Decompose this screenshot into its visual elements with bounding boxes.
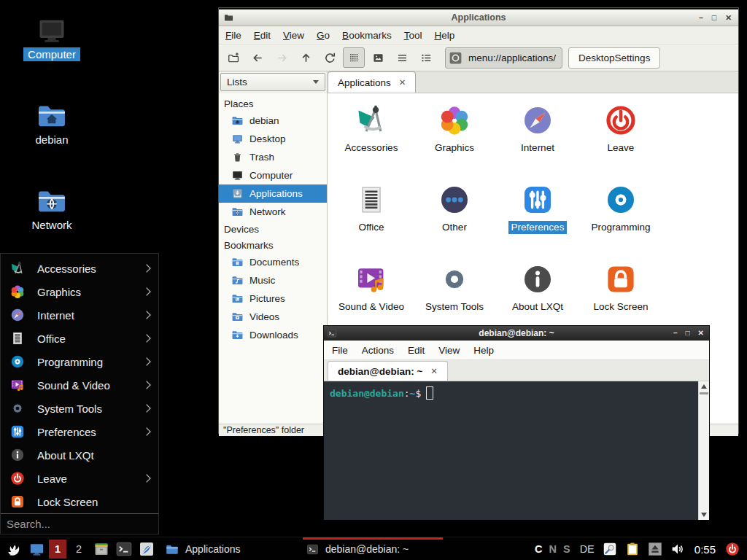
search-input[interactable]	[1, 518, 158, 530]
path-segment-button[interactable]: DesktopSettings	[568, 47, 660, 69]
clipboard-icon[interactable]	[624, 541, 640, 557]
menu-item[interactable]: Programming	[1, 350, 158, 373]
desktop-icon[interactable]: debian	[18, 100, 86, 163]
desktop-icon[interactable]: Computer	[18, 15, 86, 78]
app-grid-label: Other	[439, 221, 470, 234]
toolbar-button[interactable]	[271, 47, 293, 68]
chevron-right-icon	[142, 404, 150, 412]
maximize-button[interactable]: □	[712, 14, 716, 22]
menubar-item[interactable]: Edit	[408, 345, 425, 356]
sidebar-item[interactable]: Music	[219, 271, 327, 289]
keyboard-layout[interactable]: DE	[580, 543, 595, 555]
menubar-item[interactable]: Bookmarks	[342, 30, 392, 41]
file-manager-icon[interactable]	[93, 540, 110, 558]
maximize-button[interactable]: □	[686, 330, 690, 337]
menubar-item[interactable]: File	[332, 345, 348, 356]
sidebar-section-header: Bookmarks	[219, 237, 327, 253]
sidebar-mode-combo[interactable]: Lists	[220, 73, 325, 91]
menubar-item[interactable]: File	[225, 30, 241, 41]
tab-close-icon[interactable]: ✕	[430, 366, 438, 376]
app-grid-item[interactable]: Leave	[579, 99, 662, 179]
path-bar[interactable]: menu://applications/	[445, 47, 562, 69]
close-button[interactable]: ✕	[698, 330, 704, 337]
toolbar-button[interactable]	[415, 47, 437, 68]
keyboard-indicator[interactable]: CNS	[535, 543, 570, 555]
minimize-button[interactable]: –	[699, 14, 703, 22]
app-grid-item[interactable]: Other	[413, 179, 496, 258]
menu-item[interactable]: Lock Screen	[1, 490, 158, 513]
sidebar-item[interactable]: Network	[219, 203, 327, 221]
close-button[interactable]: ✕	[725, 14, 732, 22]
menu-item[interactable]: Preferences	[1, 420, 158, 443]
toolbar-button[interactable]	[367, 47, 389, 68]
workspace-button[interactable]: 2	[70, 540, 88, 559]
menubar-item[interactable]: Tool	[404, 30, 422, 41]
sidebar-section-header: Devices	[219, 221, 327, 237]
office-icon	[9, 330, 26, 346]
fm-titlebar[interactable]: Applications – □ ✕	[219, 8, 738, 26]
sidebar-item[interactable]: Desktop	[219, 130, 327, 148]
menu-item[interactable]: System Tools	[1, 397, 158, 420]
sidebar-item[interactable]: debian	[219, 112, 327, 130]
terminal-tab[interactable]: debian@debian: ~ ✕	[328, 361, 448, 381]
app-grid-item[interactable]: Programming	[579, 179, 662, 258]
minimize-button[interactable]: –	[673, 330, 678, 337]
app-grid-item[interactable]: Internet	[496, 99, 579, 179]
eject-icon[interactable]	[647, 541, 663, 557]
sidebar-item[interactable]: Applications	[219, 184, 327, 203]
app-grid-item[interactable]: Accessories	[330, 99, 413, 179]
sidebar-item[interactable]: Downloads	[219, 326, 327, 344]
programming-icon	[9, 354, 26, 370]
task-button[interactable]: Applications	[165, 538, 241, 560]
tab-close-icon[interactable]: ✕	[399, 77, 406, 88]
menubar-item[interactable]: View	[438, 345, 460, 356]
menu-item[interactable]: Leave	[1, 467, 158, 490]
lxqt-logo-icon[interactable]	[5, 540, 23, 559]
workspace-button[interactable]: 1	[49, 540, 66, 559]
clock[interactable]: 0:55	[694, 543, 716, 556]
toolbar-button[interactable]	[247, 47, 268, 68]
sidebar-item[interactable]: Computer	[219, 166, 327, 184]
menu-item[interactable]: Internet	[1, 303, 158, 327]
sidebar-item[interactable]: Pictures	[219, 289, 327, 308]
volume-icon[interactable]	[670, 541, 686, 557]
app-grid-item[interactable]: Preferences	[496, 179, 579, 258]
task-button-active[interactable]: debian@debian: ~	[303, 537, 443, 559]
screenshot-icon[interactable]	[602, 541, 618, 557]
menu-item[interactable]: Graphics	[1, 280, 158, 303]
menu-item[interactable]: Office	[1, 327, 158, 350]
sidebar-item[interactable]: Videos	[219, 308, 327, 326]
menu-item[interactable]: Sound & Video	[1, 373, 158, 397]
toolbar-button[interactable]	[343, 47, 365, 68]
toolbar-button[interactable]	[222, 47, 244, 68]
scroll-down-icon[interactable]	[701, 513, 707, 517]
scroll-handle[interactable]	[700, 392, 708, 394]
menubar-item[interactable]: Actions	[362, 345, 394, 356]
menubar-item[interactable]: Go	[317, 30, 330, 41]
sidebar-item[interactable]: Documents	[219, 253, 327, 271]
desktop-icon[interactable]: Network	[18, 185, 86, 249]
app-grid-item[interactable]: Graphics	[413, 99, 496, 179]
terminal-scrollbar[interactable]	[698, 381, 709, 520]
scroll-up-icon[interactable]	[701, 384, 707, 389]
menu-item[interactable]: About LXQt	[1, 443, 158, 467]
terminal-titlebar[interactable]: debian@debian: ~ – □ ✕	[324, 326, 709, 341]
menubar-item[interactable]: Help	[434, 30, 454, 41]
fm-tab[interactable]: Applications ✕	[328, 71, 416, 93]
qterminal-icon[interactable]	[115, 540, 133, 558]
toolbar-button[interactable]	[295, 47, 317, 68]
kbd-led: C	[535, 543, 542, 555]
lock-screen-icon	[9, 494, 26, 510]
toolbar-button[interactable]	[319, 47, 341, 68]
show-desktop-icon[interactable]	[28, 541, 45, 558]
menubar-item[interactable]: Help	[473, 345, 494, 356]
sidebar-item[interactable]: Trash	[219, 148, 327, 166]
terminal-body[interactable]: debian@debian:~$	[324, 381, 709, 520]
menubar-item[interactable]: View	[283, 30, 304, 41]
menubar-item[interactable]: Edit	[254, 30, 271, 41]
toolbar-button[interactable]	[391, 47, 413, 68]
menu-item[interactable]: Accessories	[1, 257, 158, 280]
app-grid-item[interactable]: Office	[330, 179, 413, 258]
featherpad-icon[interactable]	[138, 540, 155, 558]
power-icon[interactable]	[724, 541, 740, 557]
